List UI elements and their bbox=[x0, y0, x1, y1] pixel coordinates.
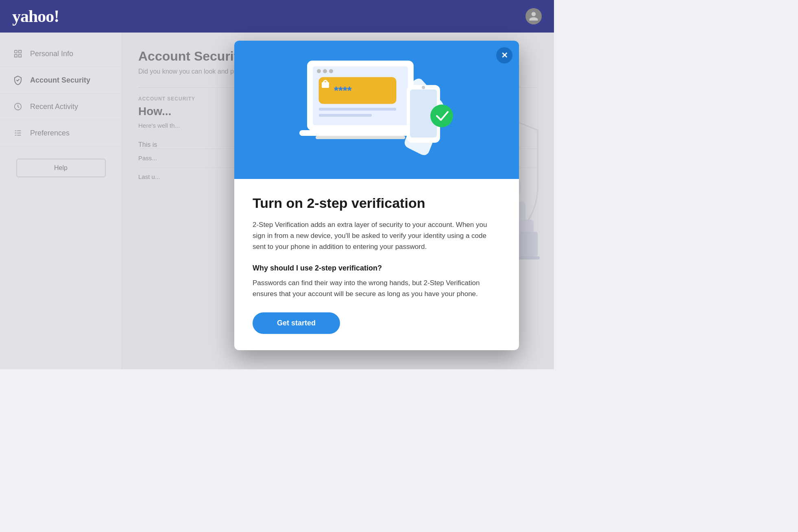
modal-sub-description: Passwords can find their way into the wr… bbox=[253, 277, 501, 299]
svg-point-16 bbox=[323, 69, 327, 73]
header-right bbox=[525, 8, 542, 24]
app-header: yahoo! bbox=[0, 0, 554, 33]
svg-rect-22 bbox=[319, 114, 372, 117]
avatar[interactable] bbox=[525, 8, 542, 24]
modal-sub-title: Why should I use 2-step verification? bbox=[253, 264, 501, 273]
close-button[interactable]: ✕ bbox=[496, 47, 512, 63]
user-icon bbox=[528, 11, 539, 22]
modal-description: 2-Step Verification adds an extra layer … bbox=[253, 219, 501, 253]
svg-rect-23 bbox=[299, 130, 421, 136]
svg-point-15 bbox=[317, 69, 321, 73]
main-layout: Personal Info Account Security Recent Ac… bbox=[0, 33, 554, 369]
svg-rect-24 bbox=[316, 136, 405, 139]
get-started-button[interactable]: Get started bbox=[253, 312, 340, 334]
svg-rect-19 bbox=[322, 82, 329, 88]
svg-text:****: **** bbox=[334, 84, 352, 97]
svg-point-28 bbox=[430, 105, 453, 127]
modal-title: Turn on 2-step verification bbox=[253, 195, 501, 211]
svg-rect-21 bbox=[319, 108, 396, 111]
svg-point-27 bbox=[422, 86, 425, 89]
modal-body: Turn on 2-step verification 2-Step Verif… bbox=[234, 179, 519, 350]
svg-point-17 bbox=[329, 69, 333, 73]
modal-header-illustration: ✕ **** bbox=[234, 41, 519, 179]
two-step-verification-modal: ✕ **** bbox=[234, 41, 519, 350]
yahoo-logo: yahoo! bbox=[12, 7, 59, 26]
svg-rect-18 bbox=[319, 77, 396, 104]
modal-illustration-svg: **** bbox=[259, 49, 495, 171]
